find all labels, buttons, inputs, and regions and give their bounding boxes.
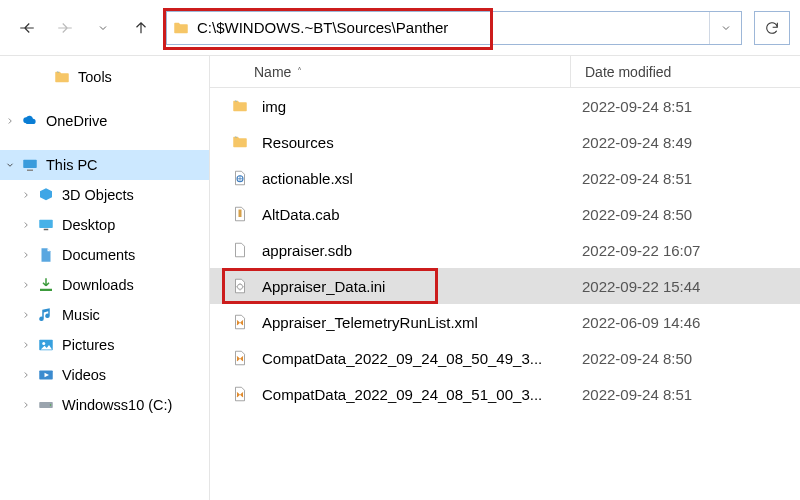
sidebar-item-label: Documents xyxy=(62,247,203,263)
sidebar-item-label: 3D Objects xyxy=(62,187,203,203)
xsl-icon xyxy=(228,166,252,190)
refresh-icon xyxy=(764,20,780,36)
column-name[interactable]: Name ˄ xyxy=(210,64,570,80)
recent-dropdown[interactable] xyxy=(86,11,120,45)
chevron-right-icon[interactable] xyxy=(16,220,36,230)
sidebar-item-windowss10-c-[interactable]: Windowss10 (C:) xyxy=(0,390,209,420)
main: ToolsOneDriveThis PC3D ObjectsDesktopDoc… xyxy=(0,56,800,500)
cab-icon xyxy=(228,202,252,226)
sidebar-item-music[interactable]: Music xyxy=(0,300,209,330)
svg-point-9 xyxy=(50,404,52,406)
forward-button[interactable] xyxy=(48,11,82,45)
file-name: Appraiser_TelemetryRunList.xml xyxy=(262,314,568,331)
thispc-icon xyxy=(20,155,40,175)
drive-icon xyxy=(36,395,56,415)
ini-icon xyxy=(228,274,252,298)
svg-rect-4 xyxy=(40,289,52,291)
file-row[interactable]: actionable.xsl2022-09-24 8:51 xyxy=(210,160,800,196)
file-row[interactable]: Resources2022-09-24 8:49 xyxy=(210,124,800,160)
file-name: CompatData_2022_09_24_08_50_49_3... xyxy=(262,350,568,367)
address-bar[interactable]: C:\$WINDOWS.~BT\Sources\Panther xyxy=(166,11,742,45)
music-icon xyxy=(36,305,56,325)
onedrive-icon xyxy=(20,111,40,131)
column-name-label: Name xyxy=(254,64,291,80)
content-pane: Name ˄ Date modified img2022-09-24 8:51R… xyxy=(210,56,800,500)
sidebar-item-3d-objects[interactable]: 3D Objects xyxy=(0,180,209,210)
chevron-down-icon xyxy=(720,22,732,34)
file-row[interactable]: CompatData_2022_09_24_08_50_49_3...2022-… xyxy=(210,340,800,376)
toolbar: C:\$WINDOWS.~BT\Sources\Panther xyxy=(0,0,800,56)
sidebar-item-this-pc[interactable]: This PC xyxy=(0,150,209,180)
documents-icon xyxy=(36,245,56,265)
pictures-icon xyxy=(36,335,56,355)
file-name: actionable.xsl xyxy=(262,170,568,187)
file-list: img2022-09-24 8:51Resources2022-09-24 8:… xyxy=(210,88,800,500)
chevron-right-icon[interactable] xyxy=(16,400,36,410)
sidebar-item-downloads[interactable]: Downloads xyxy=(0,270,209,300)
file-date: 2022-09-24 8:51 xyxy=(568,170,800,187)
column-header: Name ˄ Date modified xyxy=(210,56,800,88)
address-dropdown[interactable] xyxy=(709,12,741,44)
arrow-right-icon xyxy=(56,19,74,37)
file-name: Resources xyxy=(262,134,568,151)
file-row[interactable]: Appraiser_Data.ini2022-09-22 15:44 xyxy=(210,268,800,304)
arrow-up-icon xyxy=(132,19,150,37)
up-button[interactable] xyxy=(124,11,158,45)
videos-icon xyxy=(36,365,56,385)
sidebar-item-documents[interactable]: Documents xyxy=(0,240,209,270)
xml-icon xyxy=(228,382,252,406)
file-row[interactable]: AltData.cab2022-09-24 8:50 xyxy=(210,196,800,232)
folder-icon xyxy=(228,94,252,118)
downloads-icon xyxy=(36,275,56,295)
chevron-right-icon[interactable] xyxy=(16,280,36,290)
svg-rect-11 xyxy=(239,210,242,218)
sidebar-item-label: Downloads xyxy=(62,277,203,293)
file-row[interactable]: img2022-09-24 8:51 xyxy=(210,88,800,124)
sidebar-item-tools[interactable]: Tools xyxy=(0,62,209,92)
chevron-down-icon xyxy=(97,22,109,34)
chevron-right-icon[interactable] xyxy=(16,370,36,380)
chevron-right-icon[interactable] xyxy=(16,310,36,320)
file-date: 2022-09-24 8:50 xyxy=(568,350,800,367)
svg-rect-1 xyxy=(27,170,33,172)
sidebar-item-label: Windowss10 (C:) xyxy=(62,397,203,413)
folder-icon xyxy=(228,130,252,154)
file-row[interactable]: CompatData_2022_09_24_08_51_00_3...2022-… xyxy=(210,376,800,412)
refresh-button[interactable] xyxy=(754,11,790,45)
sidebar: ToolsOneDriveThis PC3D ObjectsDesktopDoc… xyxy=(0,56,210,500)
sidebar-item-desktop[interactable]: Desktop xyxy=(0,210,209,240)
column-date-label: Date modified xyxy=(585,64,671,80)
back-button[interactable] xyxy=(10,11,44,45)
file-name: img xyxy=(262,98,568,115)
file-date: 2022-09-24 8:49 xyxy=(568,134,800,151)
sidebar-item-videos[interactable]: Videos xyxy=(0,360,209,390)
xml-icon xyxy=(228,310,252,334)
sidebar-item-label: This PC xyxy=(46,157,203,173)
svg-rect-3 xyxy=(44,229,49,231)
chevron-right-icon[interactable] xyxy=(16,250,36,260)
file-name: CompatData_2022_09_24_08_51_00_3... xyxy=(262,386,568,403)
file-name: AltData.cab xyxy=(262,206,568,223)
folder-icon xyxy=(167,19,195,37)
file-row[interactable]: appraiser.sdb2022-09-22 16:07 xyxy=(210,232,800,268)
chevron-right-icon[interactable] xyxy=(0,116,20,126)
desktop-icon xyxy=(36,215,56,235)
file-date: 2022-09-22 15:44 xyxy=(568,278,800,295)
file-date: 2022-09-24 8:51 xyxy=(568,386,800,403)
chevron-right-icon[interactable] xyxy=(16,190,36,200)
sidebar-item-label: Tools xyxy=(78,69,203,85)
sidebar-item-pictures[interactable]: Pictures xyxy=(0,330,209,360)
address-path[interactable]: C:\$WINDOWS.~BT\Sources\Panther xyxy=(195,19,709,36)
svg-point-6 xyxy=(42,342,45,345)
sidebar-item-onedrive[interactable]: OneDrive xyxy=(0,106,209,136)
column-date[interactable]: Date modified xyxy=(570,56,800,87)
svg-rect-2 xyxy=(39,220,53,228)
file-date: 2022-09-24 8:51 xyxy=(568,98,800,115)
sidebar-item-label: Desktop xyxy=(62,217,203,233)
file-icon xyxy=(228,238,252,262)
chevron-right-icon[interactable] xyxy=(16,340,36,350)
file-date: 2022-09-22 16:07 xyxy=(568,242,800,259)
xml-icon xyxy=(228,346,252,370)
chevron-down-icon[interactable] xyxy=(0,160,20,170)
file-row[interactable]: Appraiser_TelemetryRunList.xml2022-06-09… xyxy=(210,304,800,340)
